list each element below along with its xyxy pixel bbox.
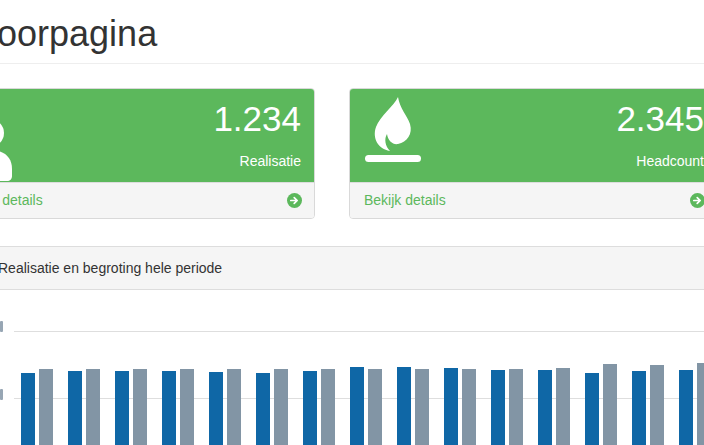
kpi-card-headcount: 2.345 Headcount Bekijk details	[349, 88, 704, 219]
bar-realisatie	[303, 371, 317, 445]
arrow-circle-right-icon[interactable]	[690, 193, 704, 208]
bar-realisatie	[115, 371, 129, 445]
bar-realisatie	[21, 373, 35, 445]
bar-begroting	[556, 368, 570, 445]
bar-realisatie	[538, 370, 552, 445]
chart-panel-title: Realisatie en begroting hele periode	[0, 247, 222, 289]
kpi-card-realisatie-header: 1.234 Realisatie	[0, 89, 314, 183]
bar-realisatie	[350, 367, 364, 445]
kpi-label: Realisatie	[240, 153, 301, 169]
page-title: Voorpagina	[0, 14, 157, 54]
gridline	[14, 331, 704, 332]
bar-begroting	[650, 365, 664, 445]
bar-realisatie	[397, 367, 411, 445]
bar-realisatie	[491, 370, 505, 445]
kpi-value: 2.345	[616, 98, 704, 140]
bar-realisatie	[68, 371, 82, 445]
bar-begroting	[39, 369, 53, 445]
bar-begroting	[697, 363, 704, 445]
bar-realisatie	[256, 373, 270, 445]
bar-begroting	[133, 369, 147, 445]
bekijk-details-link[interactable]: Bekijk details	[0, 183, 43, 218]
y-axis-tick-fragment	[0, 321, 3, 332]
flame-icon	[364, 96, 422, 164]
bar-begroting	[462, 369, 476, 445]
bar-begroting	[415, 369, 429, 445]
kpi-card-realisatie: 1.234 Realisatie Bekijk details	[0, 88, 315, 219]
title-divider	[0, 63, 704, 64]
bar-begroting	[274, 369, 288, 445]
bar-begroting	[321, 369, 335, 445]
bar-realisatie	[585, 373, 599, 445]
chart-panel-header: Realisatie en begroting hele periode	[0, 246, 704, 290]
bar-begroting	[86, 369, 100, 445]
user-icon	[0, 115, 19, 183]
bar-realisatie	[209, 372, 223, 445]
bar-realisatie	[162, 371, 176, 445]
y-axis-tick-fragment	[0, 389, 3, 400]
kpi-label: Headcount	[636, 153, 704, 169]
bar-realisatie	[444, 368, 458, 445]
kpi-value: 1.234	[213, 98, 301, 140]
arrow-circle-right-icon[interactable]	[287, 193, 302, 208]
bar-begroting	[227, 369, 241, 445]
kpi-card-headcount-footer[interactable]: Bekijk details	[350, 182, 704, 218]
bekijk-details-link[interactable]: Bekijk details	[364, 183, 446, 218]
bar-realisatie	[679, 370, 693, 445]
bar-begroting	[180, 369, 194, 445]
bar-begroting	[603, 364, 617, 445]
kpi-card-headcount-header: 2.345 Headcount	[350, 89, 704, 183]
dashboard-page: Voorpagina 1.234 Realisatie Bekijk detai…	[0, 0, 704, 445]
bar-realisatie	[632, 371, 646, 445]
kpi-card-realisatie-footer[interactable]: Bekijk details	[0, 182, 314, 218]
bar-begroting	[368, 369, 382, 445]
bar-begroting	[509, 369, 523, 445]
